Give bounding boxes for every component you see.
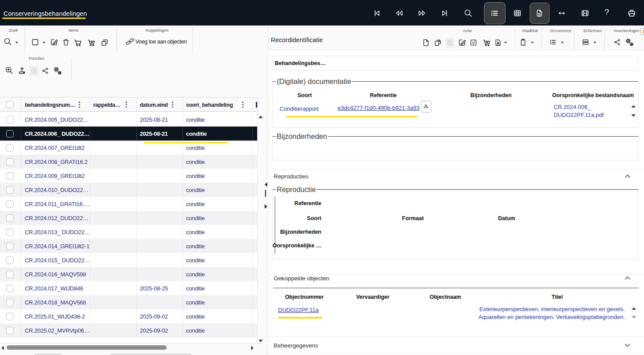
caret-down-icon[interactable] [561,42,564,43]
table-row[interactable]: CR.2024.006_ DUDO22… 2025-08-21 conditie [0,127,257,141]
collapse-section-icon[interactable] [625,174,630,178]
column-header-behandelingsnummer[interactable]: behandelingsnum… [25,102,75,108]
expand-section-icon[interactable] [625,344,630,347]
list-view-button-active[interactable] [484,2,506,24]
row-checkbox[interactable] [6,299,14,306]
table-row[interactable]: CR.2024.015_ DUDO22… conditie [0,253,257,267]
behandeling-fieldbox[interactable] [273,56,638,71]
column-header-rappeldatum[interactable]: rappelda… [93,102,120,108]
row-checkbox[interactable] [6,158,14,166]
copy-record-icon[interactable] [433,38,442,47]
splitter-handle[interactable] [265,190,266,197]
row-checkbox[interactable] [6,228,14,236]
scroll-right-icon[interactable] [251,346,254,350]
caret-down-icon[interactable] [15,42,18,43]
fast-forward-icon[interactable] [417,8,427,18]
splitter-collapse-left-icon[interactable] [265,182,267,187]
row-checkbox[interactable] [6,116,14,123]
expand-horizontal-icon[interactable] [557,8,567,18]
table-row[interactable]: CR.2024.016_MAQV598 conditie [0,267,257,281]
share-icon[interactable] [41,67,49,74]
share-icon[interactable] [614,38,621,46]
occurrence-up-icon[interactable] [631,105,636,108]
clipboard-icon[interactable] [519,38,528,47]
search-dropdown-icon[interactable] [4,37,13,47]
table-row[interactable]: CR.2024.011_GRATt16.… conditie [0,197,257,211]
row-checkbox[interactable] [6,243,14,250]
table-row[interactable]: CR.2024.013_ DUDO22… conditie [0,225,257,239]
column-header-soort-behandeling[interactable]: soort_behandeling [186,102,233,108]
settings-icon[interactable] [53,66,63,76]
row-checkbox[interactable] [6,271,14,278]
help-icon[interactable]: ? [604,7,609,17]
grid-view-icon[interactable] [513,8,522,18]
table-row[interactable]: CR.2024.012_DUDO22… conditie [0,211,257,225]
row-checkbox[interactable] [6,313,14,320]
approve-icon[interactable] [469,38,478,47]
list-bulleted-icon[interactable] [549,38,557,47]
row-checkbox[interactable] [6,186,14,194]
table-row[interactable]: CR.2024.010_DUDO22… conditie [0,183,257,197]
new-record-icon[interactable] [422,38,430,47]
table-row[interactable]: CR.2024.008_GRATt16.2 conditie [0,155,257,169]
settings-icon[interactable] [625,37,635,47]
caret-down-icon[interactable] [593,42,596,43]
caret-down-icon[interactable] [531,42,534,43]
row-checkbox[interactable] [6,285,14,292]
vertical-scrollbar[interactable] [257,98,263,343]
caret-down-icon[interactable] [43,42,45,43]
column-header-datum-eind[interactable]: datum.eind [140,102,168,108]
rows-stacked-icon[interactable] [581,38,590,47]
row-checkbox[interactable] [6,200,14,208]
film-strip-icon[interactable] [580,8,590,18]
copy-icon[interactable] [100,38,109,47]
row-checkbox[interactable] [6,130,14,138]
corner-popup-clipped[interactable] [640,28,644,35]
doc-soort-value[interactable]: Conditierapport [280,105,319,112]
column-menu-icon[interactable] [78,101,80,108]
gek-objectnummer-link[interactable]: DUDO22PF.11a [278,307,319,313]
table-row[interactable]: CR.2024.005_DUDO22… 2025-08-21 conditie [0,112,257,127]
splitter-collapse-right-icon[interactable] [265,204,267,209]
zoom-in-icon[interactable] [4,66,14,75]
table-row[interactable]: CR.2024.014_GREI18t2-1 conditie [0,239,257,253]
document-view-button-active[interactable] [530,3,550,24]
delete-icon[interactable] [62,38,70,47]
occurrence-up-icon[interactable] [632,307,636,310]
search-icon[interactable] [463,8,473,18]
edit-icon[interactable] [49,38,58,47]
select-checkbox-icon[interactable] [31,38,40,47]
row-checkbox[interactable] [6,327,14,334]
occurrence-down-icon[interactable] [631,114,636,117]
doc-bestandsnaam-value[interactable]: CR.2024.006_ DUDO22PF.11a.pdf [554,103,604,120]
horizontal-scrollbar-thumb[interactable] [7,345,167,350]
scroll-down-icon[interactable] [258,340,263,342]
table-row[interactable]: CR.2024.009_GREI18t2 conditie [0,169,257,183]
scroll-left-icon[interactable] [1,346,4,350]
rewind-icon[interactable] [394,8,404,18]
row-checkbox[interactable] [6,144,14,152]
skip-to-last-icon[interactable] [440,8,449,18]
row-checkbox[interactable] [6,172,14,180]
scroll-up-icon[interactable] [258,116,263,118]
column-menu-icon[interactable] [242,101,244,108]
occurrence-down-icon[interactable] [632,316,636,319]
table-row[interactable]: CR.2024.017_WIJD846 2025-08-25 conditie [0,281,257,295]
print-icon[interactable] [627,8,637,18]
row-checkbox[interactable] [6,257,14,264]
collapse-section-icon[interactable] [625,276,630,280]
column-menu-icon[interactable] [171,101,173,108]
column-menu-icon[interactable] [126,101,127,108]
upload-icon[interactable] [17,65,27,75]
cart-add-record-icon[interactable] [482,38,491,47]
skip-to-first-icon[interactable] [372,8,382,18]
caret-down-icon[interactable] [504,42,507,43]
table-row[interactable]: CR.2024.018_MAQV568 conditie [0,295,257,309]
select-all-checkbox[interactable] [6,101,14,108]
cart-icon[interactable] [73,38,83,47]
record-person-icon[interactable] [494,38,502,47]
table-row[interactable]: CR.2025.02_MVRVtp06… 2025-09-02 conditie [0,323,257,337]
row-checkbox[interactable] [6,214,14,222]
cart-add-icon[interactable] [87,38,96,47]
table-row[interactable]: CR.2025.01_WIJD436-2 2025-09-02 conditie [0,309,257,323]
